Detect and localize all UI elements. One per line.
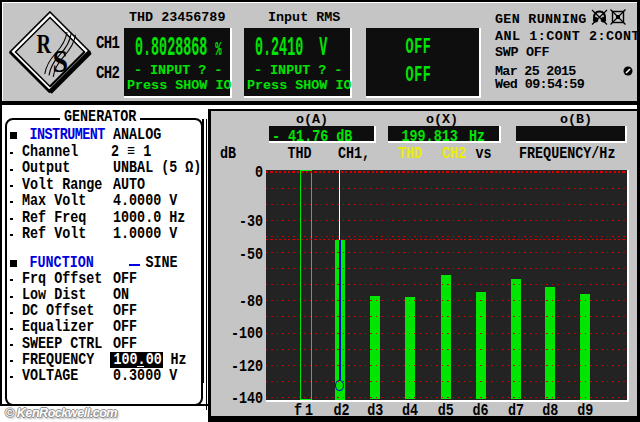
svg-text:R: R	[37, 28, 52, 59]
svg-text:S: S	[53, 44, 69, 79]
